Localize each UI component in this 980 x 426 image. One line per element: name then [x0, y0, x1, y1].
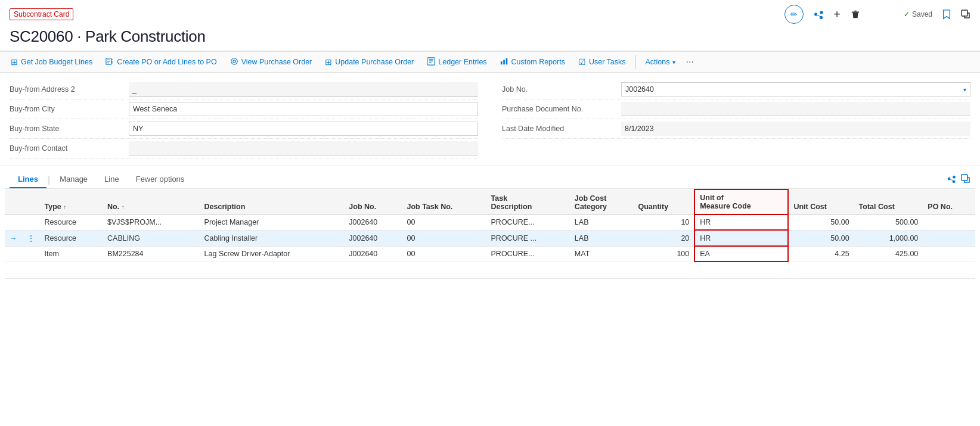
actions-button[interactable]: Actions ▾ — [640, 53, 681, 71]
job-no-chevron-icon: ▾ — [963, 86, 966, 93]
row3-uom: EA — [694, 246, 788, 262]
custom-reports-label: Custom Reports — [511, 58, 565, 66]
edit-button[interactable]: ✏ — [784, 5, 804, 24]
col-type[interactable]: Type ↑ — [40, 189, 103, 214]
no-sort-icon: ↑ — [122, 204, 125, 210]
row1-dots — [22, 214, 40, 230]
ledger-entries-button[interactable]: Ledger Entries — [421, 52, 492, 72]
row1-job-cost-cat: LAB — [570, 214, 634, 230]
job-no-value: J002640 — [625, 85, 654, 94]
row1-job-task-no: 00 — [402, 214, 486, 230]
last-date-modified-value: 8/1/2023 — [621, 122, 970, 136]
buy-from-address2-value[interactable]: _ — [129, 82, 478, 97]
row2-task-desc: PROCURE ... — [486, 230, 570, 246]
row2-type: Resource — [40, 230, 103, 246]
custom-reports-button[interactable]: Custom Reports — [494, 52, 571, 72]
page-title: SC20060 · Park Construction — [10, 25, 970, 51]
row1-po-no — [923, 214, 975, 230]
actions-chevron-icon: ▾ — [672, 59, 675, 66]
row1-arrow — [5, 214, 22, 230]
job-no-label: Job No. — [502, 85, 621, 94]
col-job-cost-cat: Job CostCategory — [570, 189, 634, 214]
header-actions: ✏ + ✓ Saved — [784, 5, 970, 24]
last-date-modified-row: Last Date Modified 8/1/2023 — [502, 119, 970, 139]
row1-total-cost: 500.00 — [854, 214, 923, 230]
row3-dots — [22, 246, 40, 262]
view-po-label: View Purchase Order — [241, 58, 312, 66]
row3-total-cost: 425.00 — [854, 246, 923, 262]
bookmark-button[interactable] — [942, 9, 951, 20]
row2-total-cost: 1,000.00 — [854, 230, 923, 246]
col-description: Description — [200, 189, 345, 214]
more-options-button[interactable]: ··· — [683, 52, 697, 72]
row3-po-no — [923, 246, 975, 262]
user-tasks-button[interactable]: ☑ User Tasks — [572, 52, 632, 71]
col-arrow — [5, 189, 22, 214]
col-dots — [22, 189, 40, 214]
breadcrumb: Subcontract Card — [10, 8, 73, 20]
form-left: Buy-from Address 2 _ Buy-from City Buy-f… — [10, 80, 478, 158]
row3-unit-cost: 4.25 — [788, 246, 854, 262]
row2-arrow: → — [5, 230, 22, 246]
share-button[interactable] — [813, 9, 824, 20]
lines-table: Type ↑ No. ↑ Description Job No. Job Tas… — [5, 189, 975, 279]
update-po-icon: ⊞ — [325, 57, 332, 67]
row1-type: Resource — [40, 214, 103, 230]
tab-manage[interactable]: Manage — [51, 171, 96, 188]
row3-description: Lag Screw Driver-Adaptor — [200, 246, 345, 262]
row2-no: CABLING — [103, 230, 200, 246]
buy-from-contact-value[interactable] — [129, 141, 478, 156]
row3-arrow — [5, 246, 22, 262]
lines-section: Lines | Manage Line Fewer options Type ↑… — [0, 166, 980, 279]
row3-no: BM225284 — [103, 246, 200, 262]
row2-quantity: 20 — [633, 230, 694, 246]
row1-uom: HR — [694, 214, 788, 230]
table-row: Item BM225284 Lag Screw Driver-Adaptor J… — [5, 246, 975, 262]
row1-description: Project Manager — [200, 214, 345, 230]
view-po-icon — [230, 57, 238, 67]
row2-uom: HR — [694, 230, 788, 246]
tab-line[interactable]: Line — [96, 171, 128, 188]
ledger-entries-label: Ledger Entries — [438, 58, 486, 66]
buy-from-state-input[interactable] — [129, 122, 478, 136]
lines-share-button[interactable] — [947, 174, 956, 185]
form-right: Job No. J002640 ▾ Purchase Document No. … — [502, 80, 970, 158]
col-no[interactable]: No. ↑ — [103, 189, 200, 214]
row3-task-desc: PROCURE... — [486, 246, 570, 262]
table-row: Resource $VJS$PROJM... Project Manager J… — [5, 214, 975, 230]
type-sort-icon: ↑ — [63, 204, 66, 210]
user-tasks-icon: ☑ — [578, 57, 586, 67]
update-po-label: Update Purchase Order — [335, 58, 414, 66]
add-button[interactable]: + — [833, 8, 841, 21]
create-po-label: Create PO or Add Lines to PO — [117, 58, 216, 66]
delete-button[interactable] — [850, 9, 861, 20]
lines-open-new-button[interactable] — [961, 174, 970, 185]
svg-point-3 — [231, 58, 237, 64]
row3-quantity: 100 — [633, 246, 694, 262]
job-no-dropdown[interactable]: J002640 ▾ — [621, 82, 970, 97]
tab-fewer-options[interactable]: Fewer options — [128, 171, 193, 188]
update-po-button[interactable]: ⊞ Update Purchase Order — [319, 52, 420, 71]
buy-from-contact-label: Buy-from Contact — [10, 144, 129, 153]
open-new-button[interactable] — [961, 10, 970, 19]
col-job-no: Job No. — [344, 189, 402, 214]
row1-unit-cost: 50.00 — [788, 214, 854, 230]
col-unit-cost: Unit Cost — [788, 189, 854, 214]
budget-icon: ⊞ — [11, 57, 18, 67]
lines-tabs: Lines | Manage Line Fewer options — [5, 166, 975, 189]
get-job-budget-button[interactable]: ⊞ Get Job Budget Lines — [5, 52, 98, 71]
toolbar: ⊞ Get Job Budget Lines Create PO or Add … — [0, 51, 980, 73]
tab-lines[interactable]: Lines — [10, 171, 46, 188]
svg-rect-7 — [503, 60, 505, 64]
row2-dots[interactable]: ⋮ — [22, 230, 40, 246]
check-icon: ✓ — [904, 10, 910, 18]
empty-row-cell — [5, 262, 975, 278]
view-po-button[interactable]: View Purchase Order — [224, 52, 318, 72]
create-po-button[interactable]: Create PO or Add Lines to PO — [100, 52, 222, 72]
row2-job-no: J002640 — [344, 230, 402, 246]
row3-job-task-no: 00 — [402, 246, 486, 262]
purchase-doc-no-value[interactable] — [621, 102, 970, 116]
table-row-empty — [5, 262, 975, 278]
buy-from-city-input[interactable] — [129, 102, 478, 116]
toolbar-separator — [635, 55, 636, 69]
